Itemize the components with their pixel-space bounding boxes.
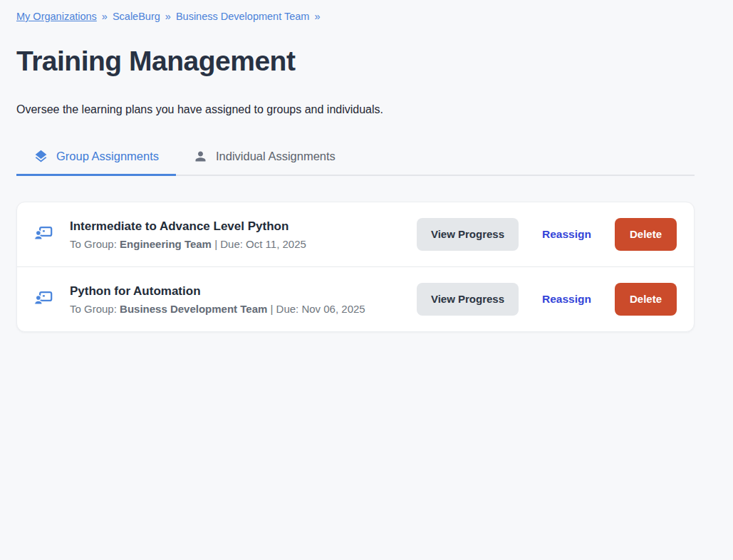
due-date: Nov 06, 2025 (301, 303, 365, 315)
assignment-meta: To Group: Engineering Team | Due: Oct 11… (70, 238, 417, 250)
due-date: Oct 11, 2025 (246, 238, 306, 250)
assignment-info: Python for Automation To Group: Business… (70, 284, 417, 315)
tab-label: Individual Assignments (216, 150, 336, 163)
view-progress-button[interactable]: View Progress (417, 218, 519, 251)
assignment-row: Python for Automation To Group: Business… (17, 266, 694, 331)
group-name: Business Development Team (120, 303, 267, 315)
assignment-row: Intermediate to Advance Level Python To … (17, 202, 694, 266)
delete-button[interactable]: Delete (615, 283, 677, 316)
breadcrumb-separator: » (165, 11, 171, 22)
page-title: Training Management (16, 46, 695, 77)
assignment-actions: View Progress Reassign Delete (417, 218, 677, 251)
assignment-meta: To Group: Business Development Team | Du… (70, 303, 417, 315)
tab-label: Group Assignments (56, 150, 159, 163)
page-subtitle: Oversee the learning plans you have assi… (16, 103, 695, 116)
view-progress-button[interactable]: View Progress (417, 283, 519, 316)
due-label: | Due: (214, 238, 243, 250)
page-container: My Organizations » ScaleBurg » Business … (16, 0, 695, 332)
breadcrumb-separator: » (102, 11, 108, 22)
breadcrumb-separator: » (314, 11, 320, 22)
reassign-link[interactable]: Reassign (542, 228, 591, 241)
assignment-title: Python for Automation (70, 284, 417, 299)
group-name: Engineering Team (120, 238, 212, 250)
to-group-label: To Group: (70, 303, 117, 315)
due-label: | Due: (271, 303, 299, 315)
breadcrumb-link-my-organizations[interactable]: My Organizations (16, 11, 97, 22)
co-present-icon (34, 224, 53, 246)
delete-button[interactable]: Delete (615, 218, 677, 251)
assignment-info: Intermediate to Advance Level Python To … (70, 219, 417, 250)
co-present-icon (34, 289, 53, 311)
breadcrumb-link-scaleburg[interactable]: ScaleBurg (113, 11, 160, 22)
tab-bar: Group Assignments Individual Assignments (16, 145, 695, 176)
assignments-card: Intermediate to Advance Level Python To … (16, 202, 695, 332)
person-icon (193, 149, 208, 164)
assignment-actions: View Progress Reassign Delete (417, 283, 677, 316)
layers-icon (33, 149, 48, 164)
assignment-title: Intermediate to Advance Level Python (70, 219, 417, 234)
reassign-link[interactable]: Reassign (542, 293, 591, 306)
breadcrumb: My Organizations » ScaleBurg » Business … (16, 11, 695, 22)
tab-group-assignments[interactable]: Group Assignments (16, 145, 176, 175)
breadcrumb-link-business-development-team[interactable]: Business Development Team (176, 11, 310, 22)
tab-individual-assignments[interactable]: Individual Assignments (176, 145, 353, 175)
to-group-label: To Group: (70, 238, 117, 250)
